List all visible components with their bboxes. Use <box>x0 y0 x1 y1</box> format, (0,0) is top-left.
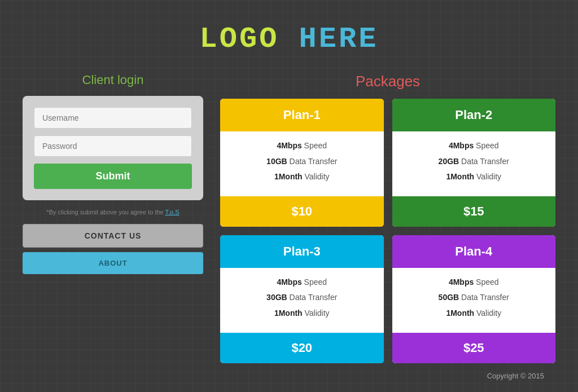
plan-2-body: 4Mbps Speed 20GB Data Transfer 1Month Va… <box>392 131 556 196</box>
plan-1-speed: 4Mbps Speed <box>231 140 373 152</box>
plan-2-validity: 1Month Validity <box>404 171 545 183</box>
plan-3-data: 30GB Data Transfer <box>231 292 373 303</box>
plan-3-body: 4Mbps Speed 30GB Data Transfer 1Month Va… <box>220 268 384 333</box>
plan-4-header: Plan-4 <box>392 235 556 268</box>
plan-2-price[interactable]: $15 <box>392 196 556 227</box>
plan-1-body: 4Mbps Speed 10GB Data Transfer 1Month Va… <box>220 131 384 196</box>
plan-card-2: Plan-2 4Mbps Speed 20GB Data Transfer 1M… <box>392 99 556 227</box>
username-input[interactable] <box>34 107 192 129</box>
plan-3-validity: 1Month Validity <box>231 308 373 319</box>
plan-4-data: 50GB Data Transfer <box>404 292 545 303</box>
plan-3-speed: 4Mbps Speed <box>231 277 373 288</box>
password-input[interactable] <box>34 135 192 157</box>
copyright-text: Copyright © 2015 <box>487 372 544 380</box>
about-button[interactable]: ABOUT <box>23 252 203 274</box>
tos-text: *By clicking submit above you agree to t… <box>46 209 163 215</box>
client-login-title: Client login <box>23 73 203 87</box>
header: LOGO HERE <box>11 11 567 73</box>
plan-2-header: Plan-2 <box>392 99 556 131</box>
plan-2-data: 20GB Data Transfer <box>404 156 545 168</box>
plan-1-data: 10GB Data Transfer <box>231 156 373 168</box>
logo-part2: HERE <box>299 23 379 56</box>
main-content: Client login Submit *By clicking submit … <box>11 73 567 363</box>
plan-1-validity: 1Month Validity <box>231 171 373 183</box>
plan-4-speed: 4Mbps Speed <box>404 277 545 288</box>
submit-button[interactable]: Submit <box>34 164 192 189</box>
footer: Copyright © 2015 <box>11 363 567 386</box>
plan-3-price[interactable]: $20 <box>220 333 384 363</box>
tos-link[interactable]: T.o.S <box>165 209 179 215</box>
packages-title: Packages <box>220 73 555 90</box>
tos-notice: *By clicking submit above you agree to t… <box>23 209 203 215</box>
plan-3-header: Plan-3 <box>220 235 384 268</box>
right-panel: Packages Plan-1 4Mbps Speed 10GB Data Tr… <box>220 73 555 363</box>
plan-card-4: Plan-4 4Mbps Speed 50GB Data Transfer 1M… <box>392 235 556 363</box>
plan-1-price[interactable]: $10 <box>220 196 384 227</box>
packages-grid: Plan-1 4Mbps Speed 10GB Data Transfer 1M… <box>220 99 555 363</box>
plan-4-body: 4Mbps Speed 50GB Data Transfer 1Month Va… <box>392 268 556 333</box>
logo: LOGO HERE <box>11 23 567 56</box>
plan-2-speed: 4Mbps Speed <box>404 140 545 152</box>
login-box: Submit <box>23 96 203 200</box>
plan-4-validity: 1Month Validity <box>404 308 545 319</box>
plan-card-1: Plan-1 4Mbps Speed 10GB Data Transfer 1M… <box>220 99 384 227</box>
logo-part1: LOGO <box>200 23 279 56</box>
plan-1-header: Plan-1 <box>220 99 384 131</box>
plan-4-price[interactable]: $25 <box>392 333 556 363</box>
plan-card-3: Plan-3 4Mbps Speed 30GB Data Transfer 1M… <box>220 235 384 363</box>
contact-us-button[interactable]: CONTACT US <box>23 224 203 248</box>
left-panel: Client login Submit *By clicking submit … <box>23 73 203 274</box>
